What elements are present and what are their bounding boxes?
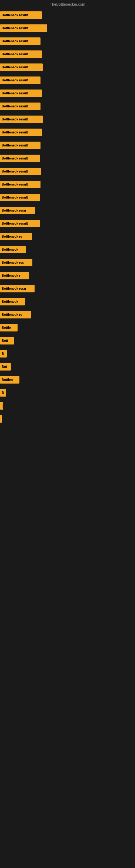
bar-label: Bottleneck result	[2, 104, 28, 108]
bar-label: |	[2, 404, 2, 408]
bar-row: Bottle	[0, 321, 135, 334]
bar-label: Bottleneck result	[2, 26, 28, 30]
bar-label: Bottleneck resu	[2, 287, 26, 290]
bar-row: B	[0, 386, 135, 399]
bottleneck-bar: Bottleneck resu	[0, 207, 35, 214]
bar-label: Bottleneck resu	[2, 209, 26, 212]
bottleneck-bar: Bottlen	[0, 376, 19, 383]
bar-row	[0, 436, 135, 442]
bottleneck-bar: Bottleneck result	[0, 37, 41, 45]
bar-label: Bottleneck result	[2, 91, 28, 95]
bar-row	[0, 425, 135, 431]
bar-row: Bottleneck result	[0, 74, 135, 87]
bar-label: Bottleneck result	[2, 13, 28, 17]
bar-row: Bottleneck result	[0, 152, 135, 165]
bar-row: Bottleneck result	[0, 165, 135, 178]
bar-row: Bottleneck result	[0, 191, 135, 204]
bar-label: Bottleneck	[2, 248, 18, 251]
bar-row: Bottleneck re	[0, 230, 135, 243]
bottleneck-bar: Bottleneck	[0, 298, 25, 305]
bar-label: Bottleneck r	[2, 274, 20, 278]
bar-row: Bottlen	[0, 373, 135, 386]
bar-row: |	[0, 399, 135, 412]
bottleneck-bar: Bottleneck result	[0, 51, 42, 58]
bar-label: Bottleneck res	[2, 261, 24, 265]
bar-label: Bottleneck result	[2, 65, 28, 69]
bar-row	[0, 431, 135, 436]
bar-row: Bottleneck result	[0, 139, 135, 152]
bar-label: B	[2, 352, 4, 355]
bar-row: Bottleneck resu	[0, 204, 135, 217]
bar-row: Bottleneck re	[0, 308, 135, 321]
bar-row: Bottleneck result	[0, 9, 135, 22]
bottleneck-bar: Bottleneck result	[0, 129, 42, 136]
bottleneck-bar: Bottle	[0, 324, 17, 332]
bar-row: Bottleneck result	[0, 61, 135, 74]
bottleneck-bar: Bottleneck re	[0, 233, 32, 240]
bar-label: Bottleneck	[2, 300, 18, 304]
bottleneck-bar: Bottleneck result	[0, 102, 41, 110]
bar-row: B	[0, 347, 135, 360]
bottleneck-bar: Bottleneck result	[0, 76, 41, 84]
bar-label: Bottleneck result	[2, 222, 28, 225]
bar-label: Bottleneck result	[2, 144, 28, 147]
bottleneck-bar: Bottleneck result	[0, 24, 47, 32]
bottleneck-bar: B	[0, 389, 6, 397]
bottleneck-bar: Bottleneck res	[0, 259, 32, 267]
bottleneck-bar: Bottleneck resu	[0, 285, 35, 292]
bar-row	[0, 412, 135, 425]
bar-row: Bottleneck result	[0, 113, 135, 126]
bottleneck-bar: Bottleneck result	[0, 142, 41, 149]
bar-label: Bottleneck result	[2, 39, 28, 43]
bar-label: Bottleneck re	[2, 313, 22, 316]
bar-row: Bottleneck result	[0, 87, 135, 100]
bar-label: Bott	[2, 339, 8, 343]
bottleneck-bar: Bottleneck result	[0, 90, 42, 97]
bar-label: Bot	[2, 365, 7, 369]
bar-row: Bot	[0, 360, 135, 373]
site-title: TheBottlenecker.com	[0, 0, 135, 9]
bottleneck-bar: |	[0, 402, 3, 410]
bar-row: Bottleneck res	[0, 256, 135, 269]
bar-label: Bottleneck result	[2, 118, 28, 121]
bar-row: Bottleneck result	[0, 35, 135, 48]
bottleneck-bar	[0, 415, 2, 423]
bar-label: Bottleneck re	[2, 235, 22, 239]
bottleneck-bar: Bottleneck result	[0, 155, 40, 162]
bottleneck-bar: Bottleneck result	[0, 11, 42, 19]
bar-row: Bottleneck result	[0, 217, 135, 230]
bar-label: Bottle	[2, 326, 11, 330]
bottleneck-bar: Bottleneck result	[0, 116, 43, 123]
bar-label: Bottlen	[2, 378, 13, 382]
bar-row: Bottleneck result	[0, 178, 135, 191]
bottleneck-bar: Bottleneck result	[0, 181, 41, 188]
bar-row: Bottleneck result	[0, 126, 135, 139]
bar-row: Bottleneck	[0, 295, 135, 308]
bottleneck-bar: Bottleneck re	[0, 311, 31, 318]
bar-row: Bottleneck result	[0, 48, 135, 61]
bar-label: Bottleneck result	[2, 195, 28, 199]
bottleneck-bar: Bottleneck r	[0, 272, 29, 279]
bar-row: Bottleneck result	[0, 22, 135, 35]
bar-label: B	[2, 391, 4, 395]
bottleneck-bar: Bott	[0, 337, 14, 344]
bar-label: Bottleneck result	[2, 52, 28, 56]
bottleneck-bar: Bottleneck result	[0, 167, 41, 175]
bar-label: Bottleneck result	[2, 183, 28, 186]
bar-row: Bottleneck result	[0, 100, 135, 113]
bar-row: Bottleneck r	[0, 269, 135, 282]
bar-label: Bottleneck result	[2, 130, 28, 134]
bottleneck-bar: Bottleneck result	[0, 194, 40, 201]
bar-label: Bottleneck result	[2, 156, 28, 160]
bar-label: Bottleneck result	[2, 169, 28, 173]
bottleneck-bar: Bottleneck result	[0, 63, 43, 71]
bottleneck-bar: Bottleneck	[0, 246, 26, 253]
bottleneck-bar: Bottleneck result	[0, 220, 40, 227]
bottleneck-bar: B	[0, 350, 7, 358]
bar-row: Bottleneck resu	[0, 282, 135, 295]
bottleneck-bar: Bot	[0, 363, 11, 371]
bar-row: Bott	[0, 334, 135, 347]
bar-row: Bottleneck	[0, 243, 135, 256]
bar-label: Bottleneck result	[2, 79, 28, 82]
